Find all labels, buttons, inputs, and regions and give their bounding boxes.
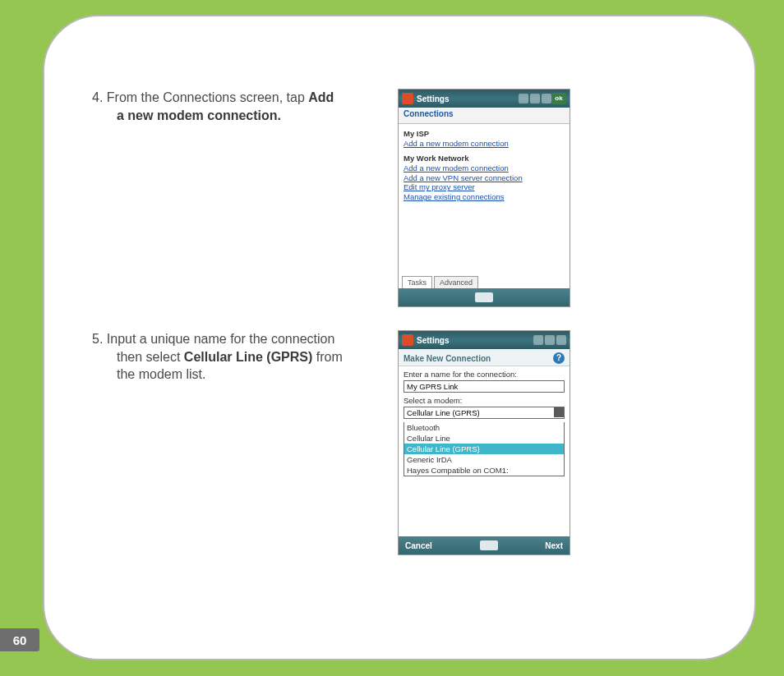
title-1: Settings (417, 94, 519, 103)
titlebar-status-icons-2 (533, 335, 566, 345)
link-work-add-modem[interactable]: Add a new modem connection (404, 163, 565, 173)
modem-option-generic-irda[interactable]: Generic IrDA (404, 454, 564, 465)
label-select-modem: Select a modem: (404, 396, 565, 405)
modem-combo[interactable] (404, 405, 565, 422)
signal-icon (530, 94, 540, 103)
modem-option-cellular-line[interactable]: Cellular Line (404, 433, 564, 444)
titlebar-2: Settings (399, 331, 570, 349)
tab-advanced[interactable]: Advanced (434, 276, 478, 288)
connections-body: My ISP Add a new modem connection My Wor… (399, 124, 570, 205)
title-2: Settings (417, 336, 533, 345)
step-5-number: 5. (92, 332, 103, 346)
step-5: 5. Input a unique name for the connectio… (92, 330, 725, 555)
link-isp-add-modem[interactable]: Add a new modem connection (404, 139, 565, 149)
step-4-number: 4. (92, 90, 103, 104)
command-bar-2: Cancel Next (399, 536, 570, 554)
ok-button[interactable]: ok (551, 93, 566, 104)
help-icon[interactable]: ? (553, 352, 565, 364)
chevron-down-icon[interactable] (554, 407, 564, 417)
page-card: 4. From the Connections screen, tap Add … (43, 15, 756, 660)
form-body: Enter a name for the connection: Select … (399, 366, 570, 480)
step-4-line1: From the Connections screen, tap (103, 90, 308, 104)
titlebar-status-icons (519, 94, 551, 103)
step-4-line2: a new modem connection. (92, 107, 388, 125)
link-work-add-vpn[interactable]: Add a new VPN server connection (404, 173, 565, 183)
group-my-work-title: My Work Network (404, 154, 565, 163)
step-5-text: 5. Input a unique name for the connectio… (92, 330, 388, 384)
modem-combo-value[interactable] (404, 407, 565, 419)
make-new-connection-header: Make New Connection ? (399, 349, 570, 366)
subheader-text: Make New Connection (404, 354, 491, 363)
volume-icon[interactable] (556, 335, 566, 345)
link-work-edit-proxy[interactable]: Edit my proxy server (404, 182, 565, 192)
modem-listbox[interactable]: Bluetooth Cellular Line Cellular Line (G… (404, 422, 565, 476)
start-icon[interactable] (402, 334, 413, 346)
step-5-bold1: Cellular Line (GPRS) (184, 350, 312, 364)
step-5-line1: Input a unique name for the connection (103, 332, 334, 346)
tabs-row-1: Tasks Advanced (402, 274, 480, 288)
page-number: 60 (0, 628, 39, 651)
screenshot-make-new-connection: Settings Make New Connection ? Enter a n… (398, 330, 570, 555)
connectivity-icon[interactable] (533, 335, 543, 345)
connectivity-icon[interactable] (519, 94, 528, 103)
command-bar-1 (399, 288, 570, 306)
keyboard-icon[interactable] (480, 540, 498, 550)
label-connection-name: Enter a name for the connection: (404, 370, 565, 379)
link-work-manage[interactable]: Manage existing connections (404, 192, 565, 202)
step-4: 4. From the Connections screen, tap Add … (92, 89, 725, 307)
step-5-line2: then select Cellular Line (GPRS) from (92, 348, 388, 366)
modem-option-bluetooth[interactable]: Bluetooth (404, 422, 564, 433)
softkey-cancel[interactable]: Cancel (405, 541, 432, 550)
step-5-line2b: from (312, 350, 342, 364)
signal-icon (545, 335, 555, 345)
softkey-next[interactable]: Next (545, 541, 563, 550)
tab-tasks[interactable]: Tasks (402, 276, 432, 288)
step-5-line2a: then select (117, 350, 184, 364)
group-my-isp-title: My ISP (404, 129, 565, 139)
connection-name-input[interactable] (404, 380, 565, 393)
screenshot-connections: Settings ok Connections My ISP Add a new… (398, 89, 570, 307)
modem-option-cellular-line-gprs[interactable]: Cellular Line (GPRS) (404, 444, 564, 454)
step-5-line3: the modem list. (92, 366, 388, 384)
content-area: 4. From the Connections screen, tap Add … (92, 89, 725, 578)
step-4-bold1: Add (308, 90, 334, 104)
step-4-text: 4. From the Connections screen, tap Add … (92, 89, 388, 124)
modem-option-hayes-com1[interactable]: Hayes Compatible on COM1: (404, 465, 564, 476)
keyboard-icon[interactable] (475, 292, 493, 302)
volume-icon[interactable] (542, 94, 551, 103)
connections-header: Connections (399, 108, 570, 124)
titlebar-1: Settings ok (399, 90, 570, 108)
start-icon[interactable] (402, 93, 413, 104)
